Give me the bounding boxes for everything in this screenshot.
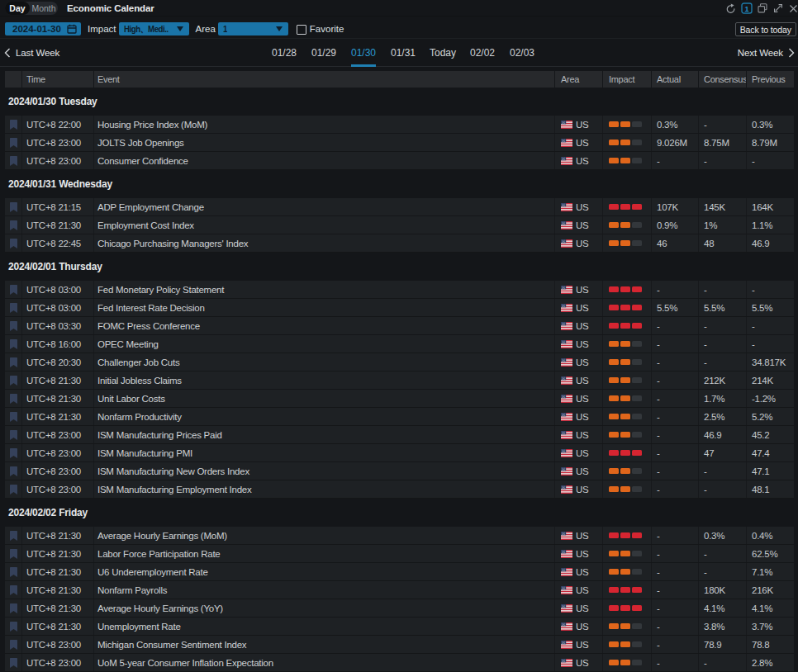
week-day-01-28[interactable]: 01/28 [264,39,304,67]
bookmark-icon[interactable] [10,448,17,458]
impact-cell [602,636,651,653]
event-row[interactable]: UTC+8 23:00ISM Manufacturing PMIUS-4747.… [5,444,794,462]
event-row[interactable]: UTC+8 23:00ISM Manufacturing Employment … [5,480,794,499]
event-row[interactable]: UTC+8 21:30Employment Cost IndexUS0.9%1%… [5,216,794,234]
event-row[interactable]: UTC+8 23:00JOLTS Job OpeningsUS9.026M8.7… [5,134,794,152]
overlap-windows-icon[interactable] [754,0,770,17]
area-label: US [576,357,588,367]
event-row[interactable]: UTC+8 21:15ADP Employment ChangeUS107K14… [5,198,794,216]
bookmark-icon[interactable] [10,303,17,313]
bookmark-icon[interactable] [10,485,17,495]
event-row[interactable]: UTC+8 21:30U6 Underemployment RateUS--7.… [5,563,794,581]
bookmark-icon[interactable] [10,394,17,404]
bookmark-icon[interactable] [10,658,17,668]
week-day-01-29[interactable]: 01/29 [304,39,344,67]
impact-cell [602,134,651,151]
impact-bar [632,359,642,365]
close-icon[interactable] [786,0,798,17]
bookmark-icon[interactable] [10,321,17,331]
impact-filter-select[interactable]: High、Medi... [119,22,189,35]
bookmark-icon[interactable] [10,430,17,440]
impact-high-bars [609,450,644,456]
event-row[interactable]: UTC+8 03:00Fed Interest Rate DecisionUS5… [5,299,794,317]
impact-cell [602,408,651,425]
refresh-icon[interactable] [723,0,739,17]
week-day-02-02[interactable]: 02/02 [463,39,502,67]
bookmark-icon[interactable] [10,549,17,559]
event-row[interactable]: UTC+8 21:30Nonfarm PayrollsUS-180K216K [5,581,794,599]
favorite-filter[interactable]: Favorite [297,25,344,35]
bookmark-icon[interactable] [10,640,17,650]
area-label: US [576,430,588,440]
event-row[interactable]: UTC+8 16:00OPEC MeetingUS--- [5,335,794,353]
event-row[interactable]: UTC+8 23:00ISM Manufacturing New Orders … [5,462,794,480]
event-row[interactable]: UTC+8 21:30Initial Jobless ClaimsUS-212K… [5,371,794,390]
date-picker-input[interactable]: 2024-01-30 [5,22,81,35]
next-week-button[interactable]: Next Week [733,39,795,67]
next-week-label: Next Week [738,48,783,58]
event-row[interactable]: UTC+8 21:30Labor Force Participation Rat… [5,545,794,563]
area-cell: US [554,281,602,298]
impact-medium-bars [609,341,644,347]
bookmark-icon[interactable] [10,156,17,166]
bookmark-icon[interactable] [10,357,17,367]
favorite-checkbox[interactable] [297,25,306,35]
week-day-today[interactable]: Today [423,39,463,67]
event-row[interactable]: UTC+8 23:00UoM 5-year Consumer Inflation… [5,654,794,672]
impact-bar [620,286,630,292]
bookmark-icon[interactable] [10,120,17,130]
impact-cell [602,234,651,252]
area-label: US [576,394,588,404]
week-day-01-31[interactable]: 01/31 [383,39,423,67]
bookmark-icon[interactable] [10,138,17,148]
page-title: Economic Calendar [67,3,154,13]
us-flag-icon [561,641,572,649]
event-row[interactable]: UTC+8 21:30Average Hourly Earnings (MoM)… [5,527,794,545]
event-row[interactable]: UTC+8 23:00ISM Manufacturing Prices Paid… [5,426,794,444]
bookmark-icon[interactable] [10,466,17,476]
expand-icon[interactable] [770,0,786,17]
bookmark-icon[interactable] [10,376,17,386]
tab-month[interactable]: Month [30,2,58,15]
bookmark-icon[interactable] [10,622,17,632]
event-row[interactable]: UTC+8 21:30Nonfarm ProductivityUS-2.5%5.… [5,408,794,426]
event-row[interactable]: UTC+8 21:30Unit Labor CostsUS-1.7%-1.2% [5,390,794,408]
previous-cell: 7.1% [746,563,794,580]
bookmark-cell [5,527,21,544]
impact-cell [602,581,651,599]
panel-count-1-icon[interactable]: 1 [739,0,754,17]
event-row[interactable]: UTC+8 20:30Challenger Job CutsUS--34.817… [5,353,794,371]
impact-bar [632,414,642,419]
event-cell: FOMC Press Conference [93,317,554,334]
bookmark-icon[interactable] [10,285,17,295]
event-row[interactable]: UTC+8 22:45Chicago Purchasing Managers' … [5,234,794,253]
bookmark-icon[interactable] [10,531,17,541]
bookmark-icon[interactable] [10,339,17,349]
impact-bar [620,587,630,593]
bookmark-cell [5,545,21,562]
area-cell: US [554,198,602,215]
area-label: US [576,303,588,313]
area-filter-select[interactable]: 1 [218,22,288,35]
bookmark-icon[interactable] [10,603,17,613]
event-row[interactable]: UTC+8 21:30Unemployment RateUS-3.8%3.7% [5,618,794,636]
last-week-button[interactable]: Last Week [4,48,64,58]
bookmark-cell [5,581,21,599]
bookmark-icon[interactable] [10,412,17,422]
event-row[interactable]: UTC+8 22:00Housing Price Index (MoM)US0.… [5,116,794,134]
week-day-01-30[interactable]: 01/30 [344,39,383,67]
event-row[interactable]: UTC+8 03:00Fed Monetary Policy Statement… [5,281,794,299]
bookmark-icon[interactable] [10,202,17,212]
event-row[interactable]: UTC+8 23:00Michigan Consumer Sentiment I… [5,636,794,654]
event-row[interactable]: UTC+8 21:30Average Hourly Earnings (YoY)… [5,599,794,618]
bookmark-icon[interactable] [10,567,17,577]
week-day-02-03[interactable]: 02/03 [502,39,542,67]
event-row[interactable]: UTC+8 03:30FOMC Press ConferenceUS--- [5,317,794,335]
back-to-today-button[interactable]: Back to today [735,22,796,36]
event-row[interactable]: UTC+8 23:00Consumer ConfidenceUS--- [5,152,794,170]
bookmark-icon[interactable] [10,239,17,248]
impact-bar [620,121,630,127]
bookmark-icon[interactable] [10,220,17,230]
tab-day[interactable]: Day [5,2,30,15]
bookmark-icon[interactable] [10,585,17,595]
